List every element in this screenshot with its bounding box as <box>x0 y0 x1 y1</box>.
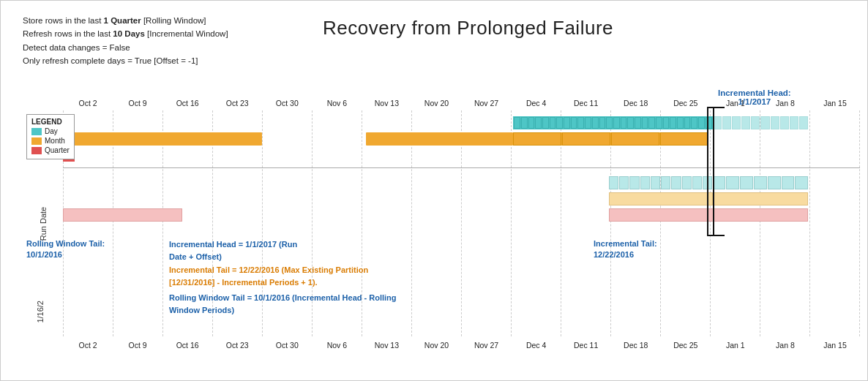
x-label-jan1-bot: Jan 1 <box>711 341 760 350</box>
month-row-upper <box>63 132 860 147</box>
legend: LEGEND Day Month Quarter <box>26 114 75 159</box>
incremental-tail-eq-annotation: Incremental Tail = 12/22/2016 (Max Exist… <box>169 264 368 288</box>
chart-body: Run Date <box>23 110 860 336</box>
x-label-dec4-bot: Dec 4 <box>512 341 561 350</box>
month-lower-block2 <box>713 192 809 205</box>
legend-color-quarter <box>31 147 42 154</box>
x-labels-bottom: Oct 2 Oct 9 Oct 16 Oct 23 Oct 30 Nov 6 N… <box>63 338 860 352</box>
day-row-lower <box>63 176 860 191</box>
month-block3 <box>366 132 513 146</box>
legend-label-day: Day <box>45 127 58 135</box>
legend-color-day <box>31 128 42 135</box>
month-lower-block1 <box>609 192 713 205</box>
day-row-upper <box>63 116 860 131</box>
info-line4: Only refresh complete days = True [Offse… <box>23 54 228 67</box>
info-line1: Store rows in the last 1 Quarter [Rollin… <box>23 14 228 27</box>
incremental-tail-label: Incremental Tail:12/22/2016 <box>594 238 657 261</box>
month-row-lower <box>63 192 860 207</box>
x-label-nov6-bot: Nov 6 <box>312 341 362 350</box>
page-title: Recovery from Prolonged Failure <box>323 17 613 39</box>
x-label-oct23-top: Oct 23 <box>212 99 262 107</box>
x-label-oct23-bot: Oct 23 <box>212 341 262 350</box>
x-label-dec4-top: Dec 4 <box>512 99 561 107</box>
info-line3: Detect data changes = False <box>23 41 228 54</box>
info-line2-suffix: [Incremental Window] <box>145 29 228 38</box>
info-days: 10 Days <box>113 29 144 38</box>
quarter-row-upper <box>63 148 860 163</box>
day-blocks-upper <box>513 116 712 129</box>
rolling-window-tail-annotation: Rolling Window Tail:10/1/2016 <box>26 238 105 261</box>
x-label-dec25-top: Dec 25 <box>661 99 711 107</box>
info-text: Store rows in the last 1 Quarter [Rollin… <box>23 14 228 68</box>
x-labels-top: Oct 2 Oct 9 Oct 16 Oct 23 Oct 30 Nov 6 N… <box>63 96 860 110</box>
legend-item-day: Day <box>31 127 70 135</box>
x-label-nov27-top: Nov 27 <box>462 99 512 107</box>
legend-title: LEGEND <box>31 118 70 126</box>
day-lower-blocks2 <box>713 176 809 189</box>
x-label-nov6-top: Nov 6 <box>312 99 362 107</box>
rolling-window-eq-annotation: Rolling Window Tail = 10/1/2016 (Increme… <box>169 292 397 316</box>
pink-block2 <box>609 208 808 222</box>
incremental-head-eq-annotation: Incremental Head = 1/1/2017 (RunDate + O… <box>169 238 297 263</box>
legend-color-month <box>31 137 42 145</box>
pink-block1 <box>63 208 182 222</box>
x-label-nov13-top: Nov 13 <box>362 99 411 107</box>
legend-label-month: Month <box>45 137 65 145</box>
bracket-bottom-bar <box>707 235 725 236</box>
bracket-left-line <box>707 107 708 235</box>
x-label-dec18-bot: Dec 18 <box>611 341 661 350</box>
quarter-row-lower <box>63 208 860 223</box>
day-blocks-upper-light <box>713 116 809 129</box>
x-label-dec25-bot: Dec 25 <box>661 341 711 350</box>
x-label-dec18-top: Dec 18 <box>611 99 661 107</box>
run-date-vertical-label: 1/16/2 <box>36 301 45 323</box>
chart-area: Oct 2 Oct 9 Oct 16 Oct 23 Oct 30 Nov 6 N… <box>23 96 860 366</box>
bracket-top-bar <box>707 107 725 108</box>
x-label-oct16-top: Oct 16 <box>162 99 212 107</box>
x-label-oct30-top: Oct 30 <box>262 99 312 107</box>
legend-item-quarter: Quarter <box>31 146 70 154</box>
x-label-oct30-bot: Oct 30 <box>262 341 312 350</box>
info-quarter: 1 Quarter <box>104 16 141 25</box>
x-label-oct16-bot: Oct 16 <box>162 341 212 350</box>
bracket-right-line <box>713 107 714 235</box>
x-label-nov27-bot: Nov 27 <box>462 341 512 350</box>
legend-label-quarter: Quarter <box>45 146 70 154</box>
x-label-jan8-top: Jan 8 <box>760 99 810 107</box>
main-container: Store rows in the last 1 Quarter [Rollin… <box>0 0 868 381</box>
month-block1 <box>63 132 262 146</box>
x-label-dec11-bot: Dec 11 <box>561 341 611 350</box>
x-label-jan15-top: Jan 15 <box>810 99 860 107</box>
separator-line <box>63 167 860 168</box>
legend-item-month: Month <box>31 137 70 145</box>
x-label-oct9-bot: Oct 9 <box>113 341 162 350</box>
month-block2 <box>513 132 708 146</box>
x-label-nov13-bot: Nov 13 <box>362 341 411 350</box>
day-lower-blocks <box>609 176 713 189</box>
x-label-oct9-top: Oct 9 <box>113 99 162 107</box>
x-label-nov20-bot: Nov 20 <box>411 341 461 350</box>
info-line1-suffix: [Rolling Window] <box>141 16 206 25</box>
x-label-nov20-top: Nov 20 <box>411 99 461 107</box>
x-label-oct2-bot: Oct 2 <box>63 341 113 350</box>
info-line2: Refresh rows in the last 10 Days [Increm… <box>23 27 228 40</box>
y-axis-label: Run Date <box>39 206 48 240</box>
x-label-oct2-top: Oct 2 <box>63 99 113 107</box>
x-label-dec11-top: Dec 11 <box>561 99 611 107</box>
x-label-jan8-bot: Jan 8 <box>760 341 810 350</box>
x-label-jan15-bot: Jan 15 <box>810 341 860 350</box>
